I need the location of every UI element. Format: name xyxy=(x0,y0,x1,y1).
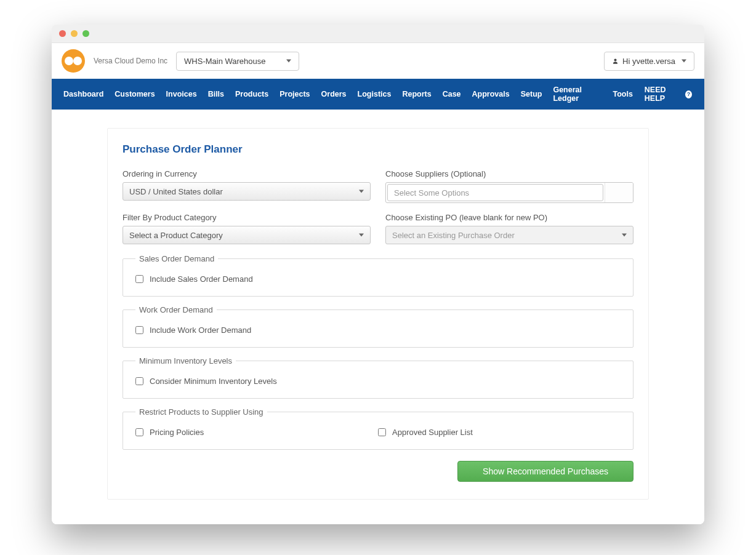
restrict-products-fieldset: Restrict Products to Supplier Using Pric… xyxy=(123,407,633,450)
currency-label: Ordering in Currency xyxy=(123,169,371,178)
include-sales-order-demand-row[interactable]: Include Sales Order Demand xyxy=(135,274,621,284)
nav-products[interactable]: Products xyxy=(230,83,274,105)
currency-select[interactable]: USD / United States dollar xyxy=(123,182,371,201)
purchase-order-planner-panel: Purchase Order Planner Ordering in Curre… xyxy=(107,128,649,500)
existing-po-label: Choose Existing PO (leave blank for new … xyxy=(385,213,633,222)
consider-minimum-inventory-row[interactable]: Consider Minimum Inventory Levels xyxy=(135,377,621,386)
need-help-label: NEED HELP xyxy=(645,86,682,103)
company-name: Versa Cloud Demo Inc xyxy=(94,57,167,65)
nav-case[interactable]: Case xyxy=(437,83,467,105)
include-work-order-demand-label: Include Work Order Demand xyxy=(150,325,251,335)
restrict-products-legend: Restrict Products to Supplier Using xyxy=(135,407,267,417)
nav-approvals[interactable]: Approvals xyxy=(467,83,515,105)
category-value: Select a Product Category xyxy=(129,231,223,240)
suppliers-side xyxy=(605,183,633,202)
chevron-down-icon xyxy=(359,190,364,193)
user-menu[interactable]: Hi yvette.versa xyxy=(604,52,694,71)
window-titlebar xyxy=(52,25,704,43)
pricing-policies-label: Pricing Policies xyxy=(150,428,204,437)
nav-projects[interactable]: Projects xyxy=(274,83,315,105)
nav-logistics[interactable]: Logistics xyxy=(352,83,397,105)
nav-dashboard[interactable]: Dashboard xyxy=(58,83,109,105)
existing-po-value: Select an Existing Purchase Order xyxy=(392,231,515,240)
nav-reports[interactable]: Reports xyxy=(396,83,436,105)
include-sales-order-demand-checkbox[interactable] xyxy=(135,275,143,283)
user-icon xyxy=(612,58,619,65)
sales-order-demand-legend: Sales Order Demand xyxy=(135,254,218,263)
chevron-down-icon xyxy=(622,234,627,237)
existing-po-select[interactable]: Select an Existing Purchase Order xyxy=(385,226,633,244)
suppliers-multiselect[interactable]: Select Some Options xyxy=(385,182,633,203)
minimum-inventory-fieldset: Minimum Inventory Levels Consider Minimu… xyxy=(123,356,633,399)
include-work-order-demand-checkbox[interactable] xyxy=(135,326,143,334)
page-title: Purchase Order Planner xyxy=(123,143,633,156)
chevron-down-icon xyxy=(286,60,291,63)
need-help-button[interactable]: NEED HELP ? xyxy=(638,79,698,110)
app-header: Versa Cloud Demo Inc WHS-Main Warehouse … xyxy=(52,43,704,79)
brand-logo xyxy=(62,49,85,73)
help-icon: ? xyxy=(685,90,692,98)
pricing-policies-checkbox[interactable] xyxy=(135,428,143,436)
nav-orders[interactable]: Orders xyxy=(316,83,352,105)
pricing-policies-row[interactable]: Pricing Policies xyxy=(135,428,378,437)
chevron-down-icon xyxy=(682,60,686,63)
minimize-window-icon[interactable] xyxy=(71,30,78,37)
nav-general-ledger[interactable]: General Ledger xyxy=(547,79,607,110)
maximize-window-icon[interactable] xyxy=(82,30,89,37)
content-area: Purchase Order Planner Ordering in Curre… xyxy=(52,110,704,524)
warehouse-select-value: WHS-Main Warehouse xyxy=(184,57,265,66)
nav-setup[interactable]: Setup xyxy=(515,83,548,105)
approved-supplier-label: Approved Supplier List xyxy=(392,428,473,437)
approved-supplier-row[interactable]: Approved Supplier List xyxy=(378,428,621,437)
category-select[interactable]: Select a Product Category xyxy=(123,226,371,244)
nav-bills[interactable]: Bills xyxy=(203,83,230,105)
suppliers-placeholder: Select Some Options xyxy=(387,184,603,201)
main-nav: Dashboard Customers Invoices Bills Produ… xyxy=(52,79,704,110)
suppliers-label: Choose Suppliers (Optional) xyxy=(385,169,633,178)
consider-minimum-inventory-label: Consider Minimum Inventory Levels xyxy=(150,377,277,386)
minimum-inventory-legend: Minimum Inventory Levels xyxy=(135,356,236,365)
nav-customers[interactable]: Customers xyxy=(109,83,160,105)
work-order-demand-fieldset: Work Order Demand Include Work Order Dem… xyxy=(123,305,633,348)
category-label: Filter By Product Category xyxy=(123,213,371,222)
show-recommended-purchases-button[interactable]: Show Recommended Purchases xyxy=(457,461,633,482)
include-work-order-demand-row[interactable]: Include Work Order Demand xyxy=(135,325,621,335)
nav-invoices[interactable]: Invoices xyxy=(161,83,203,105)
chevron-down-icon xyxy=(359,234,364,237)
approved-supplier-checkbox[interactable] xyxy=(378,428,386,436)
app-window: Versa Cloud Demo Inc WHS-Main Warehouse … xyxy=(52,25,704,524)
currency-value: USD / United States dollar xyxy=(129,187,223,196)
include-sales-order-demand-label: Include Sales Order Demand xyxy=(150,274,253,284)
nav-tools[interactable]: Tools xyxy=(607,83,638,105)
consider-minimum-inventory-checkbox[interactable] xyxy=(135,377,143,385)
work-order-demand-legend: Work Order Demand xyxy=(135,305,217,314)
close-window-icon[interactable] xyxy=(59,30,66,37)
user-menu-label: Hi yvette.versa xyxy=(622,57,675,66)
warehouse-select[interactable]: WHS-Main Warehouse xyxy=(176,52,299,71)
sales-order-demand-fieldset: Sales Order Demand Include Sales Order D… xyxy=(123,254,633,297)
